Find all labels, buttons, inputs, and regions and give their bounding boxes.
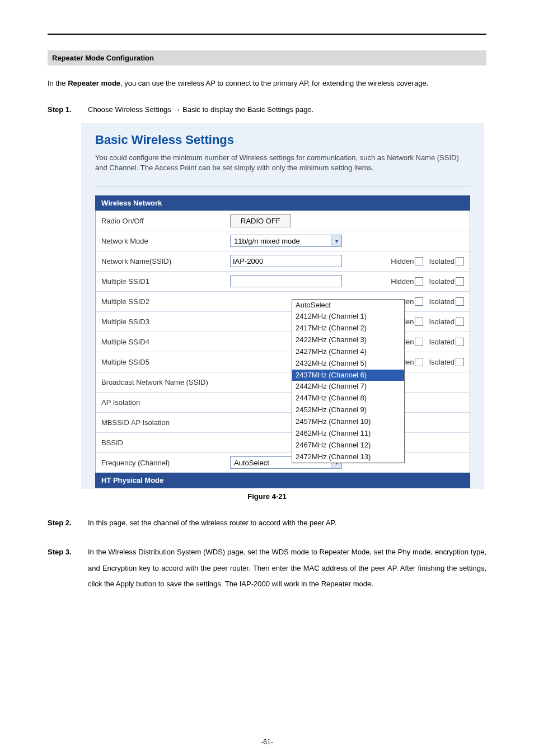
mssid4-isolated-checkbox[interactable] (456, 338, 464, 346)
row-mssid2: Multiple SSID2 Hidden Isolated (96, 291, 470, 311)
step-3-label: Step 3. (48, 544, 88, 592)
label-mssid5: Multiple SSID5 (101, 358, 230, 366)
section-title: Repeater Mode Configuration (48, 50, 486, 66)
label-ssid: Network Name(SSID) (101, 257, 230, 265)
row-mssid5: Multiple SSID5 lidden Isolated (96, 352, 470, 372)
row-network-mode: Network Mode 11b/g/n mixed mode ▾ (96, 231, 470, 251)
step-2-body: In this page, set the channel of the wir… (88, 515, 486, 531)
row-radio: Radio On/Off RADIO OFF (96, 211, 470, 231)
page-rule (48, 34, 486, 35)
mssid4-hidden-checkbox[interactable] (415, 338, 423, 346)
frequency-dropdown-list[interactable]: AutoSelect2412MHz (Channel 1)2417MHz (Ch… (292, 299, 405, 464)
ssid-hidden-checkbox[interactable] (415, 257, 423, 265)
ssid-isolated-group: Isolated (429, 257, 464, 265)
mssid3-isolated-checkbox[interactable] (456, 318, 464, 326)
step-1-after: Basic to display the Basic Settings page… (180, 105, 313, 114)
mssid2-hidden-checkbox[interactable] (415, 297, 423, 306)
row-mssid4: Multiple SSID4 lidden Isolated (96, 332, 470, 352)
frequency-option[interactable]: 2447MHz (Channel 8) (292, 393, 404, 404)
mssid2-isolated-label: Isolated (429, 297, 455, 306)
row-mbssid: MBSSID AP Isolation (96, 412, 470, 432)
network-mode-select[interactable]: 11b/g/n mixed mode ▾ (230, 235, 342, 247)
frequency-option[interactable]: 2427MHz (Channel 4) (292, 346, 404, 358)
figure-heading: Basic Wireless Settings (95, 133, 470, 147)
intro-paragraph: In the Repeater mode, you can use the wi… (48, 76, 486, 92)
row-mssid3: Multiple SSID3 lidden Isolated (96, 311, 470, 332)
intro-after: , you can use the wireless AP to connect… (120, 79, 428, 87)
step-2-row: Step 2. In this page, set the channel of… (48, 515, 486, 531)
ssid-isolated-checkbox[interactable] (456, 257, 464, 265)
mssid5-hidden-checkbox[interactable] (415, 358, 423, 366)
figure-basic-wireless: Basic Wireless Settings You could config… (81, 123, 484, 488)
intro-before: In the (48, 79, 68, 87)
frequency-option[interactable]: 2472MHz (Channel 13) (292, 451, 404, 463)
row-mssid1: Multiple SSID1 Hidden Isolated (96, 271, 470, 291)
frequency-option[interactable]: 2422MHz (Channel 3) (292, 334, 404, 346)
page-number: -61- (0, 738, 534, 746)
step-1-body: Choose Wireless Settings → Basic to disp… (88, 102, 486, 118)
wireless-network-panel: Wireless Network Radio On/Off RADIO OFF … (95, 195, 470, 488)
frequency-option[interactable]: AutoSelect (292, 300, 404, 311)
frequency-option[interactable]: 2437MHz (Channel 6) (292, 370, 404, 381)
arrow-icon: → (173, 105, 180, 114)
step-3-body: In the Wireless Distribution System (WDS… (88, 544, 486, 592)
figure-description: You could configure the minimum number o… (95, 153, 470, 173)
frequency-option[interactable]: 2412MHz (Channel 1) (292, 311, 404, 323)
mssid3-hidden-checkbox[interactable] (415, 318, 423, 326)
label-network-mode: Network Mode (101, 237, 230, 245)
mssid1-hidden-checkbox[interactable] (415, 277, 423, 286)
mssid3-isolated-label: Isolated (429, 318, 455, 326)
step-2-label: Step 2. (48, 515, 88, 531)
label-mssid4: Multiple SSID4 (101, 338, 230, 346)
label-radio: Radio On/Off (101, 217, 230, 225)
row-ssid: Network Name(SSID) Hidden Isolated (96, 251, 470, 271)
ht-physical-mode-header: HT Physical Mode (95, 473, 470, 488)
label-mbssid: MBSSID AP Isolation (101, 418, 230, 427)
step-1-before: Choose Wireless Settings (88, 105, 173, 114)
frequency-option[interactable]: 2467MHz (Channel 12) (292, 440, 404, 451)
label-broadcast: Broadcast Network Name (SSID) (101, 378, 230, 386)
step-1-label: Step 1. (48, 102, 88, 118)
ssid-isolated-label: Isolated (429, 257, 455, 265)
mssid5-isolated-label: Isolated (429, 358, 455, 366)
label-frequency: Frequency (Channel) (101, 459, 230, 467)
ssid-hidden-group: Hidden (391, 257, 423, 265)
row-frequency: Frequency (Channel) AutoSelect ▾ (96, 452, 470, 473)
ssid-input[interactable] (230, 255, 342, 267)
network-mode-value: 11b/g/n mixed mode (234, 237, 300, 245)
step-3-row: Step 3. In the Wireless Distribution Sys… (48, 544, 486, 592)
label-mssid2: Multiple SSID2 (101, 297, 230, 306)
row-broadcast: Broadcast Network Name (SSID) (96, 372, 470, 392)
label-mssid1: Multiple SSID1 (101, 277, 230, 286)
figure-caption: Figure 4-21 (48, 492, 486, 501)
frequency-option[interactable]: 2457MHz (Channel 10) (292, 416, 404, 428)
mssid5-isolated-checkbox[interactable] (456, 358, 464, 366)
frequency-option[interactable]: 2452MHz (Channel 9) (292, 404, 404, 416)
row-ap-isolation: AP Isolation (96, 392, 470, 412)
label-bssid: BSSID (101, 438, 230, 447)
mssid1-isolated-label: Isolated (429, 277, 455, 286)
intro-bold: Repeater mode (68, 79, 120, 87)
mssid1-hidden-label: Hidden (391, 277, 414, 286)
figure-divider (95, 186, 470, 186)
ssid-hidden-label: Hidden (391, 257, 414, 265)
mssid1-isolated-checkbox[interactable] (456, 277, 464, 286)
row-bssid: BSSID (96, 432, 470, 452)
mssid4-isolated-label: Isolated (429, 338, 455, 346)
label-mssid3: Multiple SSID3 (101, 318, 230, 326)
wireless-network-header: Wireless Network (95, 195, 470, 211)
frequency-option[interactable]: 2462MHz (Channel 11) (292, 428, 404, 440)
frequency-option[interactable]: 2442MHz (Channel 7) (292, 381, 404, 393)
frequency-option[interactable]: 2417MHz (Channel 2) (292, 323, 404, 334)
mssid1-input[interactable] (230, 275, 342, 287)
frequency-option[interactable]: 2432MHz (Channel 5) (292, 358, 404, 370)
mssid2-isolated-checkbox[interactable] (456, 297, 464, 306)
frequency-value: AutoSelect (234, 459, 269, 467)
chevron-down-icon: ▾ (331, 235, 341, 246)
step-1-row: Step 1. Choose Wireless Settings → Basic… (48, 102, 486, 118)
label-ap-isolation: AP Isolation (101, 398, 230, 407)
radio-off-button[interactable]: RADIO OFF (230, 214, 291, 227)
